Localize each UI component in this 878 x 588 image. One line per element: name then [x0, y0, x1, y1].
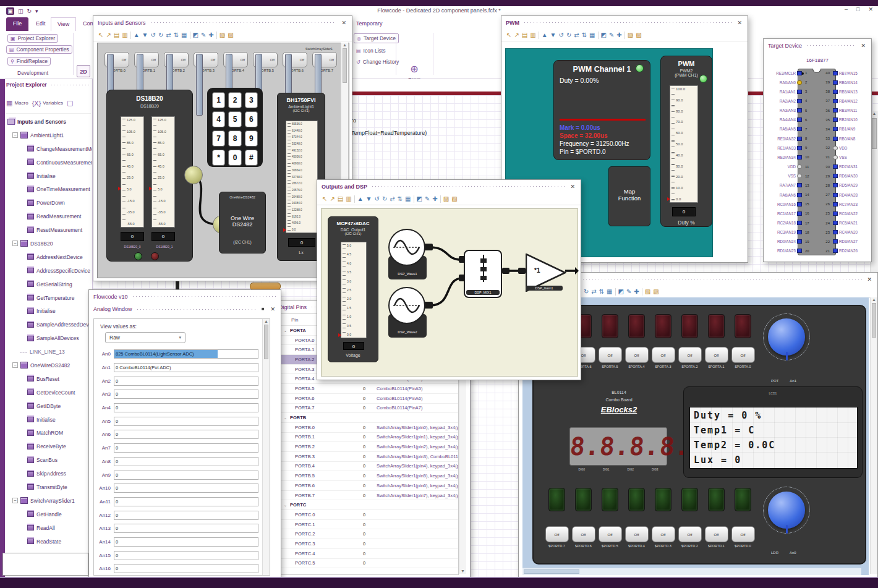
digital-pin-row[interactable]: ⌄ PORTB — [279, 413, 458, 423]
toolbar-icon[interactable]: ▤ — [338, 195, 343, 203]
toolbar-icon[interactable] — [216, 32, 217, 39]
keypad-key[interactable]: 6 — [245, 111, 258, 127]
check-target-device[interactable]: ◎ Target Device — [354, 33, 399, 43]
pin-square-right[interactable] — [833, 127, 838, 131]
toolbar-icon[interactable]: ↺ — [375, 195, 380, 203]
toolbar-icon[interactable]: ✎ — [425, 195, 430, 203]
toolbar-icon[interactable]: ▨ — [443, 195, 449, 203]
analog-titlebar[interactable]: Analog Window ◾ ✕ — [89, 303, 281, 315]
scrollbar-thumb[interactable] — [872, 118, 877, 149]
keypad-key[interactable]: 9 — [245, 130, 258, 147]
toolbar-icon[interactable]: ▧ — [228, 31, 233, 39]
scroll-up-icon[interactable]: ▲ — [871, 297, 877, 302]
toolbar-icon[interactable] — [615, 288, 616, 296]
pin-square-right[interactable] — [833, 221, 838, 225]
keypad-key[interactable]: 3 — [245, 92, 258, 108]
toggle-switch[interactable]: Off — [731, 526, 755, 542]
toolbar-icon[interactable]: ▦ — [405, 195, 411, 203]
outputs-panel-canvas[interactable]: MCP47x6DAC DAC_Output1 (I2C CH1) 5.04.54… — [321, 208, 578, 377]
toolbar-icon[interactable] — [440, 195, 441, 203]
expander-icon[interactable]: − — [12, 362, 18, 368]
pin-square-left[interactable] — [797, 90, 802, 94]
channel-value-field[interactable]: 0 — [114, 457, 258, 466]
maximize-button[interactable]: □ — [856, 6, 859, 12]
tree-item[interactable]: − ScanBus — [6, 453, 92, 467]
tree-item[interactable]: − GetIDByte — [6, 399, 92, 413]
toolbar-icon[interactable]: ↺ — [151, 31, 156, 39]
pin-square-left[interactable] — [797, 164, 802, 169]
channel-value-field[interactable]: 0 — [114, 524, 258, 533]
app-menu-icon[interactable]: ▣ — [6, 7, 14, 15]
check-icon-lists[interactable]: ▤ Icon Lists — [356, 48, 385, 54]
tab-file[interactable]: File — [6, 17, 28, 31]
digital-pin-row[interactable]: ⌄ PORTC.5 0 — [279, 559, 458, 569]
digital-pin-row[interactable]: ⌄ PORTC.0 0 — [279, 510, 458, 520]
toolbar-icon[interactable] — [190, 32, 190, 39]
toolbar-icon[interactable]: ◩ — [618, 288, 624, 296]
pin-square-left[interactable] — [797, 239, 802, 244]
pin-square-right[interactable] — [833, 202, 838, 207]
toolbar-icon[interactable]: ⇅ — [174, 31, 179, 39]
toolbar-icon[interactable]: ✚ — [208, 31, 213, 39]
pin-square-left[interactable] — [797, 249, 802, 253]
pwm-window-titlebar[interactable]: PWM ✕ — [501, 16, 748, 29]
toolbar-icon[interactable]: ✚ — [432, 195, 437, 203]
pin-square-right[interactable] — [833, 146, 838, 150]
scrollbar-thumb[interactable] — [343, 48, 347, 83]
toolbar-icon[interactable]: ↻ — [584, 288, 589, 296]
slider-switch[interactable]: Off — [223, 52, 248, 67]
tree-item[interactable]: − DS18B20 — [6, 237, 92, 250]
tree-item[interactable]: − ReadMeasurement — [6, 210, 92, 223]
save-icon[interactable]: ◫ — [18, 7, 23, 15]
digital-pin-row[interactable]: ⌄ PORTB.3 0 SwitchArraySlider1(pin3), Co… — [279, 452, 458, 462]
digital-pin-row[interactable]: ⌄ PORTA.6 0 ComboBL0114(PinA6) — [279, 394, 458, 404]
expander-icon[interactable]: − — [12, 132, 18, 138]
toolbar-icon[interactable]: ↻ — [158, 31, 163, 39]
close-icon[interactable]: ✕ — [736, 20, 743, 26]
pin-square-left[interactable] — [797, 127, 802, 131]
slider-switch[interactable]: Off — [194, 52, 218, 67]
tree-item[interactable]: − Inputs and Sensors — [6, 115, 92, 129]
channel-value-field[interactable]: 0 — [114, 471, 258, 480]
toggle-switch[interactable]: Off — [599, 347, 622, 363]
toolbar-icon[interactable]: ▤ — [522, 31, 527, 39]
pin-square-right[interactable] — [833, 99, 838, 103]
toggle-switch[interactable]: Off — [652, 347, 675, 363]
digital-pin-row[interactable]: ⌄ PORTC.2 0 — [279, 529, 458, 539]
tree-item[interactable]: − AddressNextDevice — [6, 250, 92, 264]
toggle-switch[interactable]: Off — [625, 526, 649, 542]
channel-value-field[interactable]: 825 ComboBL0114(LightSensor ADC) — [114, 349, 258, 359]
toolbar-icon[interactable] — [130, 32, 131, 39]
tree-item[interactable]: − TransmitByte — [6, 480, 92, 494]
lcd-module[interactable]: LCD1 Duty = 0 %Temp1 = CTemp2 = 0.0CLux … — [683, 386, 863, 478]
toolbar-icon[interactable]: ✎ — [201, 31, 206, 39]
toolbar-icon[interactable]: ▧ — [451, 195, 457, 203]
ds18b20-tag-1[interactable]: DS18B20_0 — [116, 245, 149, 249]
check-change-history[interactable]: ↺ Change History — [356, 59, 399, 65]
ds18b20-scale-2[interactable]: 125.0105.085.065.045.025.05.0-15.0-35.0-… — [151, 116, 175, 228]
digital-pin-row[interactable]: ⌄ PORTA.5 0 ComboBL0114(PinA5) — [279, 384, 458, 394]
pin-square-left[interactable] — [797, 202, 802, 207]
tree-item[interactable]: − GetSerialString — [6, 278, 92, 291]
keypad-key[interactable]: * — [212, 150, 225, 166]
eblocks-hscrollbar[interactable] — [522, 568, 861, 575]
digital-pin-row[interactable]: ⌄ PORTC.3 0 — [279, 539, 458, 549]
outputs-dsp-window[interactable]: Outputs and DSP ✕ ↖↗▤▥▲▼↺↻⇄⇅▦◩✎✚▨▧ MCP47… — [317, 179, 581, 380]
map-function-block[interactable]: Map Function — [608, 166, 650, 226]
pin-square-left[interactable] — [797, 221, 802, 225]
toolbar-icon[interactable]: ⇅ — [599, 288, 604, 296]
tab-view[interactable]: View — [51, 17, 76, 31]
pin-square-right[interactable] — [833, 117, 838, 122]
outputs-titlebar[interactable]: Outputs and DSP ✕ — [317, 180, 581, 193]
scroll-up-icon[interactable]: ▲ — [341, 43, 348, 47]
pin-square-left[interactable] — [797, 211, 802, 216]
toolbar-icon[interactable]: ↻ — [566, 31, 571, 39]
scrollbar-thumb[interactable] — [264, 325, 268, 359]
tree-item[interactable]: − GetTemperature — [6, 291, 92, 305]
bh1750-scale[interactable]: 65536.061440.057344.053248.049152.045056… — [286, 121, 318, 233]
pin-square-right[interactable] — [833, 71, 838, 75]
explorer-tab-cut[interactable]: ▢ — [67, 99, 73, 107]
inputs-sensors-window[interactable]: Inputs and Sensors ✕ ↖↗▤▥▲▼↺↻⇄⇅▦◩✎✚▨▧ Sw… — [93, 15, 352, 281]
onewire-plug-1[interactable] — [184, 166, 203, 184]
redo-icon[interactable]: ↻ — [27, 7, 32, 15]
